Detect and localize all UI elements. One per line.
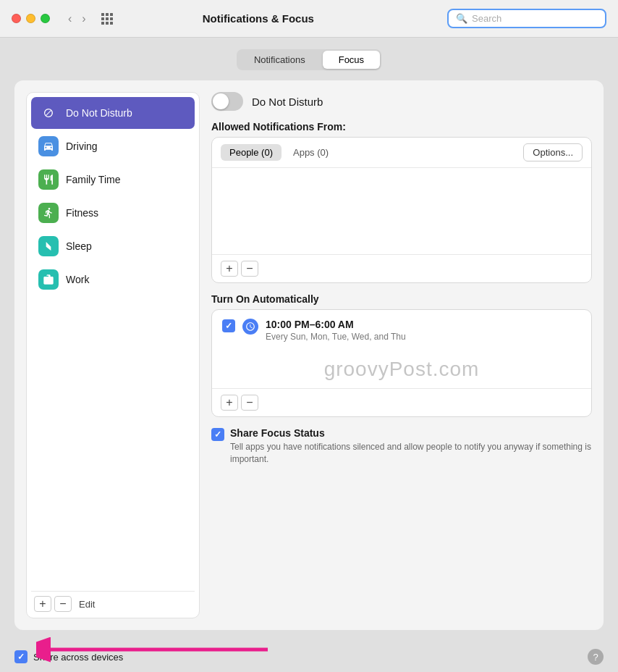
remove-person-button[interactable]: −	[241, 261, 258, 277]
sidebar-label-sleep: Sleep	[66, 240, 92, 252]
remove-item-button[interactable]: −	[54, 596, 72, 612]
add-schedule-button[interactable]: +	[221, 395, 238, 411]
allowed-section: Allowed Notifications From: People (0) A…	[211, 121, 592, 283]
window-title: Notifications & Focus	[78, 12, 439, 25]
sidebar-item-driving[interactable]: Driving	[31, 130, 195, 162]
minimize-button[interactable]	[26, 14, 35, 23]
bottom-bar: ✓ Share across devices ?	[0, 642, 618, 672]
family-time-icon	[38, 169, 59, 190]
sidebar-label-family-time: Family Time	[66, 174, 120, 185]
auto-box: ✓ 10:00 PM–6:00 AM Every Sun, Mon, Tue, …	[211, 309, 592, 417]
help-button[interactable]: ?	[588, 649, 604, 665]
allowed-header: People (0) Apps (0) Options...	[212, 138, 591, 167]
allowed-box: People (0) Apps (0) Options... + −	[211, 137, 592, 283]
schedule-days: Every Sun, Mon, Tue, Wed, and Thu	[266, 332, 406, 342]
people-tab[interactable]: People (0)	[221, 144, 282, 161]
remove-schedule-button[interactable]: −	[241, 395, 258, 411]
tab-focus[interactable]: Focus	[323, 51, 380, 69]
sidebar-item-do-not-disturb[interactable]: Do Not Disturb	[31, 97, 195, 129]
traffic-lights	[12, 14, 50, 23]
schedule-time: 10:00 PM–6:00 AM	[266, 319, 406, 330]
do-not-disturb-toggle[interactable]	[211, 92, 243, 111]
sidebar-items: Do Not Disturb Driving	[31, 97, 195, 588]
sidebar-label-driving: Driving	[66, 140, 98, 152]
back-button[interactable]: ‹	[64, 11, 75, 27]
content-panel: Do Not Disturb Driving	[14, 80, 604, 630]
sidebar-item-fitness[interactable]: Fitness	[31, 197, 195, 229]
watermark: groovyPost.com	[212, 350, 591, 388]
share-devices-row: ✓ Share across devices	[14, 650, 123, 663]
share-devices-label: Share across devices	[33, 652, 123, 663]
sidebar-label-fitness: Fitness	[66, 207, 98, 219]
toggle-knob	[213, 93, 229, 109]
right-panel: Do Not Disturb Allowed Notifications Fro…	[211, 92, 592, 618]
schedule-item: ✓ 10:00 PM–6:00 AM Every Sun, Mon, Tue, …	[212, 310, 591, 350]
auto-section: Turn On Automatically ✓	[211, 293, 592, 417]
main-area: Notifications Focus Do Not Disturb	[0, 38, 618, 642]
panel-inner: Do Not Disturb Driving	[14, 80, 604, 630]
share-devices-checkmark: ✓	[17, 652, 25, 662]
allowed-content	[212, 167, 591, 254]
work-icon	[38, 269, 59, 290]
sidebar-item-sleep[interactable]: Sleep	[31, 230, 195, 262]
options-button[interactable]: Options...	[523, 143, 583, 161]
sidebar: Do Not Disturb Driving	[26, 92, 200, 618]
add-item-button[interactable]: +	[34, 596, 51, 612]
share-focus-text: Share Focus Status Tell apps you have no…	[230, 427, 592, 466]
apps-tab[interactable]: Apps (0)	[284, 144, 337, 161]
do-not-disturb-icon	[38, 103, 59, 123]
maximize-button[interactable]	[41, 14, 50, 23]
toggle-label: Do Not Disturb	[252, 96, 323, 108]
share-focus-checkmark: ✓	[214, 429, 221, 440]
clock-icon	[242, 319, 258, 335]
schedule-checkbox[interactable]: ✓	[222, 319, 235, 332]
sidebar-label-work: Work	[66, 274, 89, 285]
allowed-footer: + −	[212, 254, 591, 282]
sidebar-item-family-time[interactable]: Family Time	[31, 164, 195, 196]
edit-button[interactable]: Edit	[75, 597, 99, 611]
driving-icon	[38, 136, 59, 156]
sidebar-label-do-not-disturb: Do Not Disturb	[66, 107, 132, 119]
auto-footer: + −	[212, 388, 591, 416]
sidebar-item-work[interactable]: Work	[31, 264, 195, 295]
search-icon: 🔍	[456, 13, 467, 24]
tabs-row: Notifications Focus	[14, 49, 604, 70]
schedule-info: 10:00 PM–6:00 AM Every Sun, Mon, Tue, We…	[266, 319, 406, 342]
share-focus-section: ✓ Share Focus Status Tell apps you have …	[211, 427, 592, 466]
close-button[interactable]	[12, 14, 21, 23]
share-focus-desc: Tell apps you have notifications silence…	[230, 441, 592, 466]
allowed-tabs: People (0) Apps (0)	[221, 144, 337, 161]
search-box[interactable]: 🔍	[447, 9, 606, 28]
share-devices-checkbox[interactable]: ✓	[14, 650, 27, 663]
share-focus-title: Share Focus Status	[230, 427, 592, 439]
tab-notifications[interactable]: Notifications	[238, 51, 321, 69]
sidebar-actions: + − Edit	[31, 591, 195, 613]
toggle-row: Do Not Disturb	[211, 92, 592, 111]
sleep-icon	[38, 236, 59, 256]
auto-label: Turn On Automatically	[211, 293, 592, 305]
checkmark-icon: ✓	[225, 321, 232, 331]
tabs-container: Notifications Focus	[237, 49, 381, 70]
share-focus-checkbox[interactable]: ✓	[211, 428, 224, 441]
add-person-button[interactable]: +	[221, 261, 238, 277]
fitness-icon	[38, 203, 59, 223]
titlebar: ‹ › Notifications & Focus 🔍	[0, 0, 618, 38]
allowed-from-label: Allowed Notifications From:	[211, 121, 592, 133]
search-input[interactable]	[472, 13, 598, 24]
